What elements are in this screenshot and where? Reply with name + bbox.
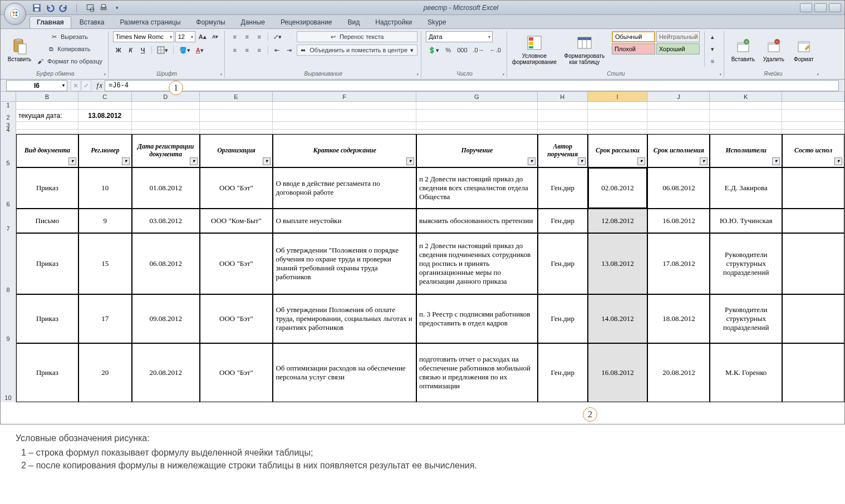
cell[interactable] bbox=[16, 122, 78, 130]
insert-cells-button[interactable]: + Вставить bbox=[729, 31, 758, 68]
print-icon[interactable] bbox=[99, 3, 109, 13]
cell-B[interactable]: Приказ bbox=[16, 294, 78, 343]
fx-button[interactable]: ƒx bbox=[94, 80, 105, 91]
cell-L[interactable] bbox=[782, 209, 844, 233]
delete-cells-button[interactable]: − Удалить bbox=[760, 31, 788, 68]
cell[interactable] bbox=[538, 122, 588, 130]
cell[interactable] bbox=[588, 102, 648, 110]
cell[interactable] bbox=[78, 130, 132, 134]
maximize-button[interactable] bbox=[814, 3, 827, 12]
cell-C[interactable]: 20 bbox=[78, 343, 132, 402]
select-all-corner[interactable] bbox=[1, 92, 16, 101]
cell[interactable] bbox=[416, 130, 538, 134]
cell-B[interactable]: Приказ bbox=[16, 167, 78, 209]
col-header-G[interactable]: G bbox=[416, 92, 538, 101]
percent-button[interactable]: % bbox=[443, 45, 454, 56]
increase-indent-button[interactable]: ⇥ bbox=[283, 45, 294, 56]
styles-row-up[interactable]: ▴ bbox=[707, 31, 718, 42]
number-format-combo[interactable]: Дата bbox=[426, 31, 493, 42]
currency-button[interactable]: 💲▾ bbox=[426, 45, 441, 56]
cell[interactable] bbox=[538, 130, 588, 134]
cut-button[interactable]: ✂ Вырезать bbox=[35, 31, 105, 42]
qat-more-icon[interactable]: ▾ bbox=[112, 3, 122, 13]
merge-center-button[interactable]: ⬌ Объединить и поместить в центре ▾ bbox=[297, 45, 417, 56]
borders-button[interactable]: ▾ bbox=[155, 45, 170, 56]
cell-I[interactable]: 12.08.2012 bbox=[588, 209, 648, 233]
save-icon[interactable] bbox=[32, 3, 42, 13]
align-left-button[interactable]: ≡ bbox=[229, 45, 240, 56]
cell-D[interactable]: 01.08.2012 bbox=[132, 167, 200, 209]
cell[interactable] bbox=[200, 122, 273, 130]
cell[interactable] bbox=[273, 110, 416, 122]
cell[interactable] bbox=[132, 102, 200, 110]
enter-formula-icon[interactable]: ✓ bbox=[81, 80, 91, 91]
tab-insert[interactable]: Вставка bbox=[72, 16, 112, 28]
cell[interactable] bbox=[132, 122, 200, 130]
row-header[interactable]: 5 bbox=[1, 134, 16, 167]
row-header[interactable]: 8 bbox=[1, 233, 16, 294]
cell[interactable] bbox=[782, 122, 844, 130]
cell-H[interactable]: Ген.дир bbox=[538, 343, 588, 402]
cell[interactable] bbox=[782, 130, 844, 134]
table-header-B[interactable]: Вид документа bbox=[16, 134, 78, 167]
decrease-decimal-button[interactable]: ←.0 bbox=[488, 45, 503, 56]
row-header[interactable]: 2 bbox=[1, 110, 16, 122]
font-name-combo[interactable]: Times New Romс bbox=[113, 31, 174, 42]
col-header-E[interactable]: E bbox=[200, 92, 273, 101]
cell[interactable] bbox=[78, 102, 132, 110]
tab-addins[interactable]: Надстройки bbox=[368, 16, 419, 28]
cell[interactable] bbox=[273, 122, 416, 130]
table-header-J[interactable]: Срок исполнения bbox=[647, 134, 710, 167]
cell-H[interactable]: Ген.дир bbox=[538, 209, 588, 233]
cell-C[interactable]: 10 bbox=[78, 167, 132, 209]
cell-E[interactable]: ООО "Бэт" bbox=[200, 343, 273, 402]
tab-pagelayout[interactable]: Разметка страницы bbox=[112, 16, 188, 28]
print-preview-icon[interactable] bbox=[85, 3, 95, 13]
style-good[interactable]: Хороший bbox=[656, 43, 700, 55]
cell[interactable] bbox=[538, 110, 588, 122]
cell-K[interactable]: Е.Д. Закирова bbox=[710, 167, 782, 209]
cell[interactable] bbox=[132, 110, 200, 122]
table-header-K[interactable]: Исполнители bbox=[710, 134, 782, 167]
row-header[interactable]: 1 bbox=[1, 102, 16, 110]
comma-button[interactable]: 000 bbox=[455, 45, 469, 56]
cell[interactable] bbox=[132, 130, 200, 134]
cell-G[interactable]: подготовить отчет о расходах на обеспече… bbox=[416, 343, 538, 402]
tab-review[interactable]: Рецензирование bbox=[273, 16, 340, 28]
cell[interactable] bbox=[647, 122, 710, 130]
cell[interactable] bbox=[588, 130, 648, 134]
col-header-I[interactable]: I bbox=[588, 92, 648, 101]
cell-K[interactable]: М.К. Горенко bbox=[710, 343, 782, 402]
cell-J[interactable]: 18.08.2012 bbox=[647, 294, 710, 343]
cell-I[interactable]: 16.08.2012 bbox=[588, 343, 648, 402]
minimize-button[interactable] bbox=[800, 3, 812, 12]
row-header[interactable]: 10 bbox=[1, 343, 16, 402]
cell[interactable] bbox=[588, 110, 648, 122]
cell[interactable] bbox=[16, 130, 78, 134]
cell-K[interactable]: Руководители структурных подразделений bbox=[710, 294, 782, 343]
cell-K[interactable]: Ю.Ю. Тучинская bbox=[710, 209, 782, 233]
format-as-table-button[interactable]: Форматировать как таблицу bbox=[562, 31, 607, 68]
formula-input[interactable]: =J6-4 bbox=[105, 80, 839, 91]
col-header-K[interactable]: K bbox=[710, 92, 782, 101]
cell-B[interactable]: Приказ bbox=[16, 343, 78, 402]
cell-E[interactable]: ООО "Бэт" bbox=[200, 233, 273, 294]
redo-icon[interactable] bbox=[58, 3, 68, 13]
italic-button[interactable]: К bbox=[125, 45, 136, 56]
cell-G[interactable]: п 2 Довести настоящий приказ до сведения… bbox=[416, 167, 538, 209]
cell-F[interactable]: Об утверждении "Положения о порядке обуч… bbox=[273, 233, 416, 294]
cell-G[interactable]: выяснить обоснованность претензии bbox=[416, 209, 538, 233]
col-header-D[interactable]: D bbox=[132, 92, 200, 101]
cell[interactable] bbox=[782, 102, 844, 110]
cell-D[interactable]: 20.08.2012 bbox=[132, 343, 200, 402]
col-header-B[interactable]: B bbox=[16, 92, 78, 101]
table-header-D[interactable]: Дата регистрации документа bbox=[132, 134, 200, 167]
cell-F[interactable]: О выплате неустойки bbox=[273, 209, 416, 233]
row-header[interactable]: 7 bbox=[1, 209, 16, 233]
align-top-button[interactable]: ≡ bbox=[229, 31, 240, 42]
cell-G[interactable]: п. 3 Реестр с подписями работников предо… bbox=[416, 294, 538, 343]
conditional-formatting-button[interactable]: Условное форматирование bbox=[512, 31, 557, 68]
grow-font-button[interactable]: A▴ bbox=[196, 31, 209, 42]
cell-J[interactable]: 20.08.2012 bbox=[647, 343, 710, 402]
cell-B[interactable]: Письмо bbox=[16, 209, 78, 233]
